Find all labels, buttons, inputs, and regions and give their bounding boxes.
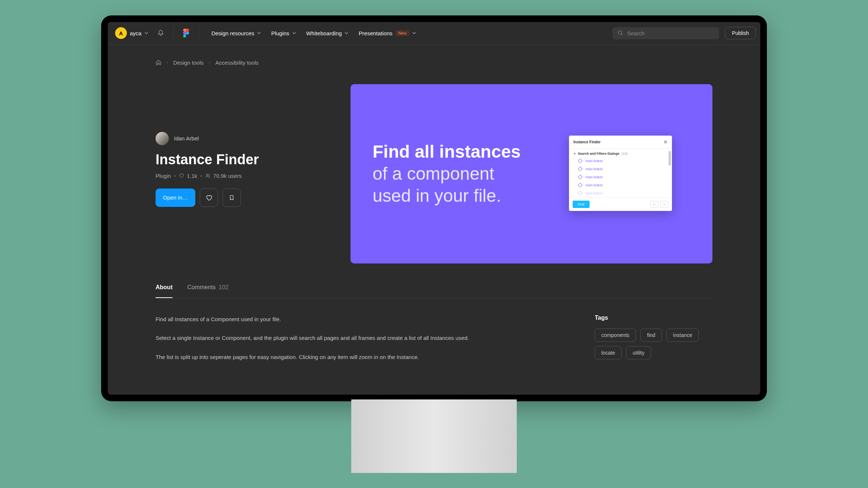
- hero-headline: Find all instances of a component used i…: [373, 141, 527, 207]
- next-icon: →: [660, 201, 668, 208]
- like-button[interactable]: [200, 189, 218, 207]
- plugin-panel-mock: Instance Finder ✕ ▸ Search and Filters D…: [569, 136, 672, 211]
- tag-components[interactable]: components: [595, 329, 636, 342]
- nav-presentations[interactable]: Presentations New: [359, 30, 416, 36]
- chevron-down-icon: [412, 31, 416, 35]
- panel-item: main button: [569, 181, 672, 189]
- description-p1: Find all Instances of a Component used i…: [156, 315, 551, 324]
- hero-meta: Idan Arbel Instance Finder Plugin • 1.1k…: [156, 84, 328, 207]
- plugin-type: Plugin: [156, 173, 171, 179]
- svg-point-2: [206, 174, 208, 176]
- heart-icon: [179, 173, 184, 178]
- breadcrumb-accessibility-tools[interactable]: Accessibility tools: [216, 60, 259, 66]
- panel-title: Instance Finder: [573, 140, 601, 144]
- heart-icon: [206, 194, 212, 201]
- username: ayca: [130, 30, 142, 36]
- panel-item: main button: [569, 173, 672, 181]
- svg-point-1: [618, 31, 622, 34]
- meta-row: Plugin • 1.1k • 70.9k users: [156, 173, 328, 179]
- description: Find all Instances of a Component used i…: [156, 315, 551, 372]
- nav-whiteboarding[interactable]: Whiteboarding: [306, 30, 349, 36]
- monitor-frame: A ayca Design resources Plugins Whiteboa…: [101, 15, 767, 401]
- tags-section: Tags components find instance locate uti…: [595, 315, 712, 372]
- chevron-down-icon: [292, 31, 296, 35]
- description-p3: The list is split up into seperate pages…: [156, 352, 551, 362]
- chevron-down-icon: [145, 31, 148, 35]
- tags-title: Tags: [595, 315, 712, 321]
- breadcrumb-sep: ›: [209, 60, 210, 65]
- figma-logo-icon: [183, 29, 189, 37]
- publish-button[interactable]: Publish: [725, 27, 756, 39]
- hero-image: Find all instances of a component used i…: [351, 84, 712, 263]
- users-icon: [205, 173, 210, 178]
- search-box[interactable]: [612, 27, 719, 39]
- notifications-button[interactable]: [154, 26, 167, 40]
- tab-comments[interactable]: Comments 102: [187, 284, 228, 298]
- nav-plugins[interactable]: Plugins: [271, 30, 296, 36]
- panel-item: main button: [569, 189, 672, 197]
- tag-utility[interactable]: utility: [626, 346, 651, 359]
- new-badge: New: [395, 30, 409, 36]
- breadcrumb-design-tools[interactable]: Design tools: [173, 60, 204, 66]
- users-count: 70.9k users: [213, 173, 242, 179]
- panel-group-label: Search and Filters Dialogs: [578, 152, 619, 155]
- description-p2: Select a single Instance or Component, a…: [156, 333, 551, 343]
- bookmark-icon: [229, 194, 235, 201]
- panel-group-count: (10): [622, 152, 627, 155]
- tag-locate[interactable]: locate: [595, 346, 622, 359]
- svg-point-0: [186, 32, 189, 35]
- divider: [173, 26, 174, 40]
- action-buttons: Open in…: [156, 189, 328, 207]
- home-icon[interactable]: [156, 60, 161, 65]
- hero-section: Idan Arbel Instance Finder Plugin • 1.1k…: [156, 84, 712, 263]
- user-menu[interactable]: A ayca: [112, 26, 151, 40]
- panel-find-button: Find: [573, 201, 590, 208]
- body-section: Find all Instances of a Component used i…: [156, 298, 712, 372]
- nav-design-resources[interactable]: Design resources: [211, 30, 261, 36]
- tag-instance[interactable]: instance: [666, 329, 699, 342]
- panel-item: main button: [569, 157, 672, 165]
- search-icon: [618, 30, 623, 36]
- screen: A ayca Design resources Plugins Whiteboa…: [108, 22, 760, 395]
- likes-count: 1.1k: [187, 173, 197, 179]
- breadcrumb-sep: ›: [167, 60, 168, 65]
- divider: [199, 26, 199, 40]
- close-icon: ✕: [664, 139, 668, 145]
- avatar: A: [115, 27, 127, 39]
- search-input[interactable]: [627, 30, 714, 36]
- bell-icon: [157, 30, 164, 36]
- tags-list: components find instance locate utility: [595, 329, 712, 359]
- tabs: About Comments 102: [156, 284, 712, 298]
- bookmark-button[interactable]: [223, 189, 241, 207]
- main-content: › Design tools › Accessibility tools Ida…: [108, 45, 760, 395]
- comments-count: 102: [219, 284, 229, 291]
- tab-about[interactable]: About: [156, 284, 172, 298]
- chevron-down-icon: [345, 31, 348, 35]
- author-avatar: [156, 132, 169, 145]
- author-row[interactable]: Idan Arbel: [156, 132, 328, 145]
- panel-item: main button: [569, 165, 672, 173]
- scrollbar: [669, 151, 671, 166]
- prev-icon: ←: [650, 201, 658, 208]
- tag-find[interactable]: find: [640, 329, 662, 342]
- plugin-title: Instance Finder: [156, 152, 328, 168]
- breadcrumb: › Design tools › Accessibility tools: [156, 60, 712, 66]
- author-name: Idan Arbel: [174, 135, 199, 141]
- figma-home[interactable]: [179, 26, 193, 40]
- monitor-stand: [351, 399, 517, 473]
- top-header: A ayca Design resources Plugins Whiteboa…: [108, 22, 760, 45]
- chevron-down-icon: [257, 31, 261, 35]
- open-in-button[interactable]: Open in…: [156, 189, 195, 207]
- nav-menu: Design resources Plugins Whiteboarding P…: [211, 30, 416, 36]
